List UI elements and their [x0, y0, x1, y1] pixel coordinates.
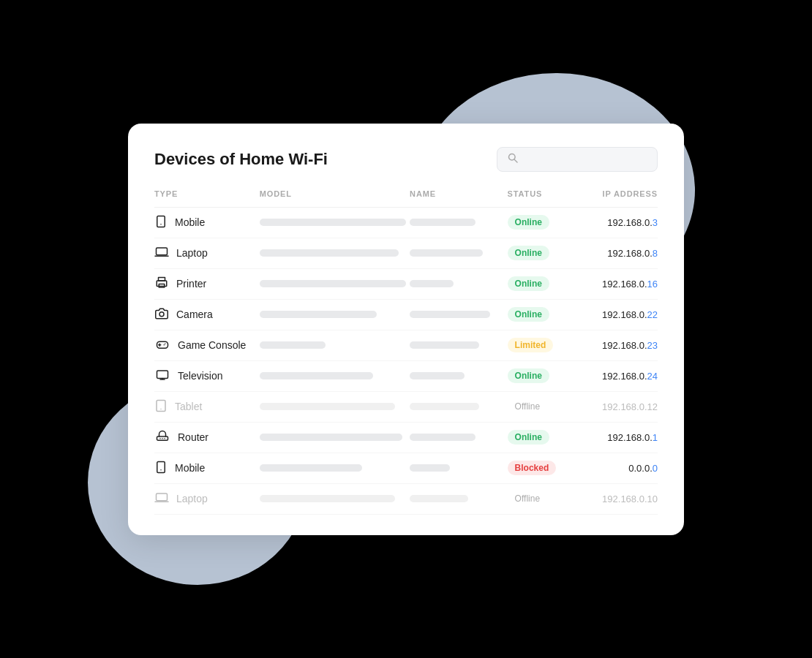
name-cell: [410, 453, 507, 483]
status-cell: Offline: [508, 391, 575, 422]
table-row[interactable]: CameraOnline192.168.0.22: [154, 299, 658, 330]
model-cell: [260, 299, 410, 330]
ip-cell[interactable]: 192.168.0.16: [575, 268, 658, 299]
status-cell: Offline: [508, 483, 575, 514]
ip-cell[interactable]: 192.168.0.23: [575, 330, 658, 360]
ip-address[interactable]: 192.168.0.8: [607, 248, 658, 259]
model-cell: [260, 330, 410, 360]
name-cell: [410, 238, 507, 268]
ip-address[interactable]: 192.168.0.24: [602, 371, 658, 382]
svg-line-1: [514, 159, 517, 162]
type-label: Tablet: [175, 401, 202, 412]
type-label: Laptop: [176, 493, 208, 504]
status-badge: Limited: [508, 338, 554, 352]
router-icon: [154, 430, 170, 445]
svg-point-8: [159, 311, 164, 316]
table-row[interactable]: Game ConsoleLimited192.168.0.23: [154, 330, 658, 360]
svg-rect-12: [157, 371, 168, 379]
table-row[interactable]: RouterOnline192.168.0.1: [154, 422, 658, 453]
table-row[interactable]: MobileOnline192.168.0.3: [154, 207, 658, 238]
printer-icon: [154, 276, 169, 292]
ip-cell[interactable]: 192.168.0.22: [575, 299, 658, 330]
status-cell: Online: [508, 299, 575, 330]
name-cell: [410, 207, 507, 238]
table-row[interactable]: LaptopOffline192.168.0.10: [154, 483, 658, 514]
ip-address[interactable]: 192.168.0.1: [607, 432, 658, 443]
type-cell: Laptop: [154, 238, 260, 268]
type-cell: Camera: [154, 299, 260, 330]
game-console-icon: [154, 338, 170, 353]
search-icon: [508, 153, 518, 166]
status-cell: Online: [508, 268, 575, 299]
table-row[interactable]: PrinterOnline192.168.0.16: [154, 268, 658, 299]
ip-cell[interactable]: 192.168.0.10: [575, 483, 658, 514]
svg-point-10: [165, 343, 166, 344]
ip-cell[interactable]: 192.168.0.3: [575, 207, 658, 238]
status-cell: Online: [508, 207, 575, 238]
type-cell: Laptop: [154, 483, 260, 514]
status-badge: Online: [508, 368, 549, 383]
model-cell: [260, 453, 410, 483]
type-label: Camera: [176, 309, 213, 320]
type-cell: Television: [154, 360, 260, 391]
ip-address[interactable]: 192.168.0.3: [607, 217, 658, 228]
type-label: Router: [178, 431, 208, 443]
ip-address[interactable]: 0.0.0.0: [628, 463, 658, 474]
card-header: Devices of Home Wi-Fi: [154, 147, 658, 172]
main-card: Devices of Home Wi-Fi TYPE MODEL NAME ST…: [128, 124, 684, 535]
model-cell: [260, 360, 410, 391]
col-header-ip: IP ADDRESS: [575, 189, 658, 208]
svg-point-18: [164, 437, 165, 439]
model-cell: [260, 268, 410, 299]
status-badge: Online: [508, 276, 549, 291]
search-input[interactable]: [524, 154, 647, 164]
svg-point-3: [160, 224, 162, 225]
svg-rect-2: [157, 216, 165, 227]
mobile-icon: [154, 215, 168, 230]
model-cell: [260, 391, 410, 422]
model-cell: [260, 238, 410, 268]
svg-point-20: [160, 469, 162, 471]
type-cell: Router: [154, 422, 260, 453]
ip-address: 192.168.0.12: [602, 401, 658, 412]
name-cell: [410, 330, 507, 360]
table-row[interactable]: MobileBlocked0.0.0.0: [154, 453, 658, 483]
svg-point-17: [159, 437, 161, 439]
ip-address: 192.168.0.10: [602, 494, 658, 504]
status-badge: Blocked: [508, 461, 557, 475]
type-cell: Mobile: [154, 453, 260, 483]
ip-cell[interactable]: 192.168.0.24: [575, 360, 658, 391]
status-cell: Limited: [508, 330, 575, 360]
ip-address[interactable]: 192.168.0.23: [602, 340, 658, 351]
model-cell: [260, 422, 410, 453]
name-cell: [410, 391, 507, 422]
search-box[interactable]: [497, 147, 658, 172]
status-badge: Offline: [508, 399, 547, 414]
status-badge: Online: [508, 246, 549, 260]
col-header-name: NAME: [410, 189, 507, 208]
col-header-model: MODEL: [260, 189, 410, 208]
status-badge: Offline: [508, 491, 547, 506]
type-label: Mobile: [175, 216, 205, 228]
type-label: Television: [178, 370, 222, 382]
type-label: Laptop: [176, 247, 208, 259]
name-cell: [410, 422, 507, 453]
name-cell: [410, 483, 507, 514]
television-icon: [154, 368, 170, 384]
ip-address[interactable]: 192.168.0.22: [602, 309, 658, 320]
table-row[interactable]: TabletOffline192.168.0.12: [154, 391, 658, 422]
table-row[interactable]: LaptopOnline192.168.0.8: [154, 238, 658, 268]
ip-cell[interactable]: 192.168.0.1: [575, 422, 658, 453]
model-cell: [260, 483, 410, 514]
ip-cell[interactable]: 0.0.0.0: [575, 453, 658, 483]
ip-address[interactable]: 192.168.0.16: [602, 279, 658, 290]
status-badge: Online: [508, 430, 549, 445]
ip-cell[interactable]: 192.168.0.12: [575, 391, 658, 422]
devices-table: TYPE MODEL NAME STATUS IP ADDRESS Mobile…: [154, 189, 658, 515]
status-cell: Online: [508, 360, 575, 391]
table-row[interactable]: TelevisionOnline192.168.0.24: [154, 360, 658, 391]
svg-rect-21: [157, 494, 168, 501]
ip-cell[interactable]: 192.168.0.8: [575, 238, 658, 268]
type-cell: Tablet: [154, 391, 260, 422]
col-header-type: TYPE: [154, 189, 260, 208]
